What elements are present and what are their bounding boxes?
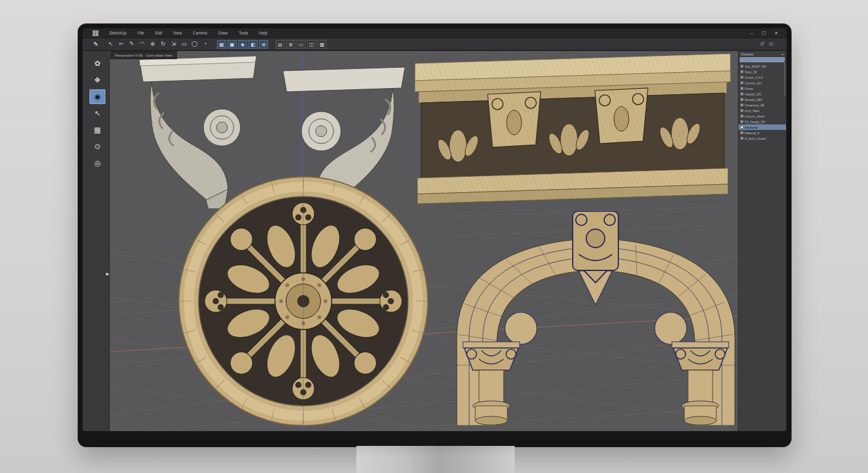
shadows-panel-icon[interactable]: ◧ [248, 40, 258, 49]
group-cube-icon [740, 126, 743, 129]
maximize-button[interactable]: ▢ [762, 31, 766, 36]
arc-tool-icon[interactable]: ◠ [137, 40, 147, 49]
group-cube-icon [740, 87, 743, 90]
outliner-row-label: Rosette_580 [745, 98, 762, 102]
outliner-row-label: Column_Mesh [745, 115, 764, 118]
toolbar: ✎↖✂✎◠⊕↻⇲▭◯◔▦▣◈◧⊞▤≣▭◫▩ ↺⊡ [83, 38, 787, 51]
group-cube-icon [740, 81, 743, 84]
outliner-row[interactable]: Grp_40267 140 [739, 63, 786, 69]
pan-orbit-tool-icon[interactable]: ◎ [89, 156, 105, 171]
outliner-row[interactable]: Column_Mesh [739, 113, 786, 119]
outliner-row-label: Cornice_Set [745, 81, 762, 85]
model-info-icon[interactable]: ▩ [317, 40, 327, 49]
components-tool-icon[interactable]: ✿ [89, 56, 105, 71]
outliner-row[interactable]: Scan_09 [739, 69, 786, 75]
outliner-row-label: Corbel_A 3.5 [745, 76, 763, 79]
select-arrow-tool-icon[interactable]: ↖ [89, 106, 105, 121]
menu-help[interactable]: Help [253, 28, 272, 38]
menu-sketchup[interactable]: SketchUp [104, 28, 132, 38]
circle-tool-icon[interactable]: ◯ [190, 40, 199, 49]
outliner-row-label: Grp_40267 140 [745, 65, 766, 68]
menu-view[interactable]: View [168, 28, 187, 38]
outliner-row-label: Scan_09 [745, 70, 757, 74]
outliner-row[interactable]: Rosette_580 [739, 97, 786, 102]
group-cube-icon [740, 103, 743, 107]
minimize-button[interactable]: – [751, 31, 753, 35]
zoom-tool-icon[interactable]: ⊙ [89, 139, 105, 154]
help-icon[interactable]: ⊡ [769, 41, 773, 47]
layers-panel-icon[interactable]: ⊞ [259, 40, 268, 49]
outliner-row[interactable]: Ornament_AB [739, 102, 786, 108]
line-tool-icon[interactable]: ✎ [127, 40, 136, 49]
outliner-row[interactable]: Arch_Main [739, 108, 786, 113]
rotate-tool-icon[interactable]: ↻ [158, 40, 168, 49]
outliner-row-label: Arch_Main [745, 109, 760, 113]
group-cube-icon [740, 98, 743, 101]
viewport-3d[interactable]: Perspective N 80 · Over-draw View [110, 51, 738, 431]
outliner-row[interactable]: Capital_150 [739, 91, 786, 97]
select-tool-icon[interactable]: ↖ [106, 40, 115, 49]
model-cornice-frieze[interactable] [415, 54, 731, 206]
sketch-axes-tool-icon[interactable]: ✎ [91, 40, 100, 49]
group-cube-icon [740, 70, 743, 73]
model-rosette[interactable] [176, 174, 430, 428]
app-logo-icon [92, 30, 99, 36]
menu-camera[interactable]: Camera [187, 28, 213, 38]
outliner-row[interactable]: P2_Height_Off [739, 119, 786, 124]
outliner-panel-icon[interactable]: ≣ [286, 40, 295, 49]
move-tool-icon[interactable]: ⊕ [148, 40, 157, 49]
orbit-tool-icon[interactable]: ◉ [89, 89, 105, 104]
app-window: SketchUpFileEditViewCameraDrawToolsHelp … [83, 28, 787, 431]
menu-edit[interactable]: Edit [150, 28, 168, 38]
left-tool-strip: ✿❖◉↖▦⊙◎ ▶ [83, 51, 110, 431]
outliner-row[interactable]: Cornice_Set [739, 80, 786, 86]
outliner-row[interactable]: Material_A [739, 130, 786, 135]
panel-expand-arrow[interactable]: ▶ [106, 272, 109, 277]
outliner-title: Groups [741, 52, 753, 56]
group-cube-icon [740, 131, 743, 134]
undo-history-icon[interactable]: ↺ [760, 41, 764, 47]
outliner-row[interactable]: Frieze [739, 86, 786, 91]
outliner-row-label: Material_A [745, 131, 760, 135]
outliner-filter-bar[interactable] [740, 57, 785, 62]
measure-tool-icon[interactable]: ▭ [297, 40, 306, 49]
outliner-panel: Groups + Grp_40267 140Scan_09Corbel_A 3.… [738, 51, 786, 431]
outliner-row-label: Capital_150 [745, 92, 761, 96]
eraser-tool-icon[interactable]: ✂ [117, 40, 126, 49]
components-panel-icon[interactable]: ▣ [227, 40, 237, 49]
outliner-row-label: Frieze [745, 87, 753, 91]
styles-panel-icon[interactable]: ◈ [238, 40, 247, 49]
offset-tool-icon[interactable]: ◔ [200, 40, 210, 49]
outliner-row-label: P2_Height_Off [745, 120, 765, 124]
dimensions-tool-icon[interactable]: ◫ [307, 40, 316, 49]
materials-tool-icon[interactable]: ▦ [89, 123, 105, 137]
add-item-button[interactable]: + [781, 52, 784, 56]
scale-tool-icon[interactable]: ⇲ [169, 40, 178, 49]
outliner-row[interactable]: Corbel_A 3.5 [739, 75, 786, 80]
menu-draw[interactable]: Draw [213, 28, 233, 38]
group-cube-icon [740, 115, 743, 118]
outliner-row-label: Ornament_AB [745, 103, 764, 107]
model-gothic-arch[interactable] [452, 211, 738, 426]
scene-tab[interactable]: Perspective N 80 · Over-draw View [110, 51, 177, 59]
menu-tools[interactable]: Tools [233, 28, 253, 38]
monitor-stand [356, 446, 515, 473]
group-cube-icon [740, 109, 743, 112]
menu-file[interactable]: File [132, 28, 149, 38]
group-cube-icon [740, 92, 743, 95]
scenes-panel-icon[interactable]: ▤ [276, 40, 285, 49]
group-cube-icon [740, 76, 743, 79]
group-cube-icon [740, 65, 743, 68]
group-cube-icon [740, 137, 743, 140]
close-button[interactable]: ✕ [774, 31, 778, 36]
outliner-row-label: Keystone [745, 126, 758, 129]
menubar: SketchUpFileEditViewCameraDrawToolsHelp … [83, 28, 787, 38]
shapes-tool-icon[interactable]: ❖ [89, 73, 105, 87]
outliner-row-label: S_Arch_Cluster [745, 137, 766, 140]
outliner-scrollbar[interactable] [784, 60, 785, 97]
materials-panel-icon[interactable]: ▦ [217, 40, 226, 49]
group-cube-icon [740, 120, 743, 123]
outliner-row[interactable]: S_Arch_Cluster [739, 135, 786, 141]
rectangle-tool-icon[interactable]: ▭ [179, 40, 189, 49]
outliner-row[interactable]: Keystone [739, 124, 786, 130]
